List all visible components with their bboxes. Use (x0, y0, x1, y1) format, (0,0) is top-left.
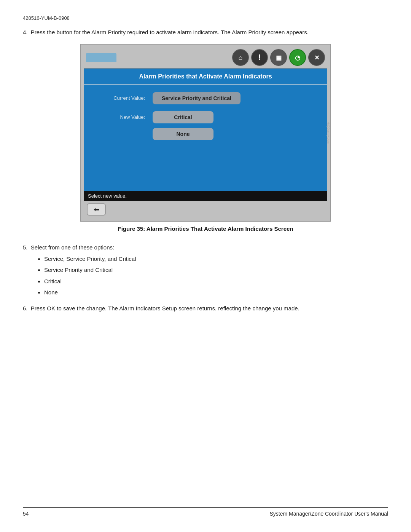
step5-options-list: Service, Service Priority, and Critical … (23, 254, 388, 297)
icon-bar: ⌂ ! ▦ ◔ ✕ (232, 49, 325, 66)
option-critical: Critical (44, 276, 388, 286)
step5-item: 5. Select from one of these options: Ser… (23, 243, 388, 297)
step4-text: 4. Press the button for the Alarm Priori… (23, 28, 388, 37)
side-label: HiQJermy.com (327, 121, 330, 144)
critical-button[interactable]: Critical (153, 111, 213, 123)
clock-icon[interactable]: ◔ (289, 49, 306, 66)
screen-bottom-bar: ⬅ (84, 201, 327, 218)
step5-intro: Select from one of these options: (31, 244, 114, 251)
option-service-priority: Service Priority and Critical (44, 265, 388, 275)
current-value-row: Current Value: Service Priority and Crit… (96, 92, 315, 104)
home-icon[interactable]: ⌂ (232, 49, 249, 66)
device-top-bar: ⌂ ! ▦ ◔ ✕ (84, 48, 327, 68)
screen-title-bar: Alarm Priorities that Activate Alarm Ind… (84, 69, 327, 85)
step6-number: 6. (23, 305, 31, 312)
option-none: None (44, 288, 388, 297)
new-value-label: New Value: (96, 111, 145, 120)
alert-icon[interactable]: ! (251, 49, 268, 66)
screen-main: Alarm Priorities that Activate Alarm Ind… (84, 68, 327, 201)
footer-doc-title: System Manager/Zone Coordinator User's M… (269, 511, 388, 517)
back-button[interactable]: ⬅ (87, 203, 106, 216)
step6-text: Press OK to save the change. The Alarm I… (31, 305, 299, 312)
current-value-button[interactable]: Service Priority and Critical (153, 92, 241, 104)
close-icon[interactable]: ✕ (308, 49, 325, 66)
screen-status-bar: Select new value. (84, 191, 327, 201)
doc-header: 428516-YUM-B-0908 (23, 15, 388, 21)
current-value-label: Current Value: (96, 92, 145, 101)
step5-number: 5. (23, 244, 31, 251)
none-button[interactable]: None (153, 128, 213, 140)
footer-page-num: 54 (23, 511, 29, 517)
new-value-buttons: Critical None (153, 111, 213, 140)
screen-title: Alarm Priorities that Activate Alarm Ind… (139, 73, 272, 80)
step6-item: 6. Press OK to save the change. The Alar… (23, 304, 388, 313)
step4-content: Press the button for the Alarm Priority … (31, 29, 309, 35)
device-screen: ⌂ ! ▦ ◔ ✕ Alarm Priorities that Activate… (80, 44, 331, 222)
step4-number: 4. (23, 29, 31, 35)
steps-section: 5. Select from one of these options: Ser… (23, 243, 388, 313)
figure-caption: Figure 35: Alarm Priorities That Activat… (23, 225, 388, 232)
grid-icon[interactable]: ▦ (270, 49, 287, 66)
option-service-priority-critical: Service, Service Priority, and Critical (44, 254, 388, 264)
footer: 54 System Manager/Zone Coordinator User'… (23, 507, 388, 517)
device-tab (86, 53, 116, 62)
new-value-row: New Value: Critical None (96, 111, 315, 140)
screen-body: Current Value: Service Priority and Crit… (84, 85, 327, 191)
status-text: Select new value. (88, 193, 127, 199)
